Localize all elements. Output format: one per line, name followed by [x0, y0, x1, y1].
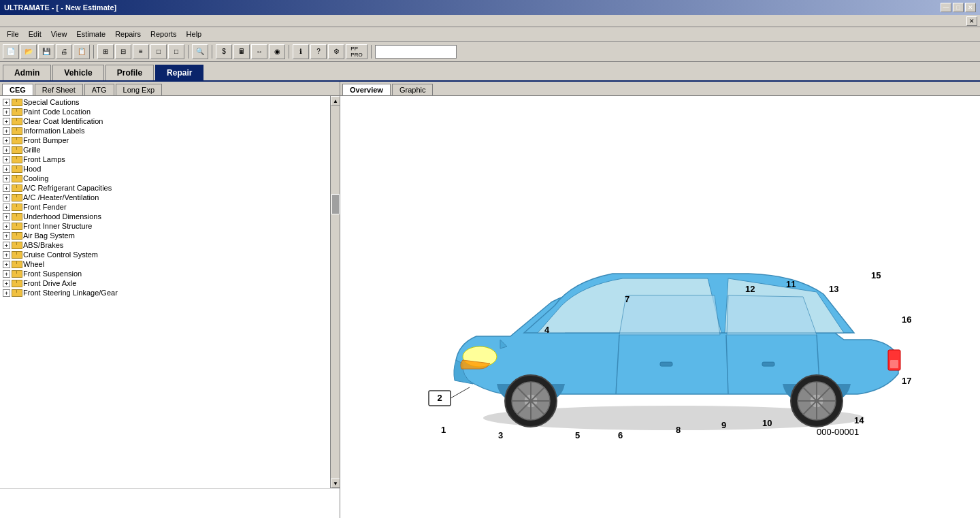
menu-repairs[interactable]: Repairs	[111, 29, 145, 39]
view-tab-overview[interactable]: Overview	[342, 84, 391, 95]
tree-item[interactable]: +Cooling	[1, 174, 329, 183]
calc-button[interactable]: 🖩	[233, 44, 250, 59]
tree-item[interactable]: +Underhood Dimensions	[1, 212, 329, 221]
tree-item[interactable]: +Hood	[1, 164, 329, 174]
tb-btn-1[interactable]: ⊞	[97, 44, 114, 59]
database-button[interactable]: ◉	[269, 44, 285, 59]
tree-item-label: ABS/Brakes	[23, 241, 63, 249]
tree-item[interactable]: +A/C Refrigerant Capacities	[1, 183, 329, 193]
pro-button[interactable]: PPPRO	[346, 44, 368, 59]
sub-tab-atg[interactable]: ATG	[84, 84, 114, 95]
svg-text:16: 16	[902, 314, 911, 325]
tree-item[interactable]: +Information Labels	[1, 126, 329, 135]
nav-tabs: Admin Vehicle Profile Repair	[0, 62, 980, 82]
scroll-down[interactable]: ▼	[331, 479, 340, 488]
info-button[interactable]: ℹ	[293, 44, 309, 59]
tree-item[interactable]: +Front Suspension	[1, 269, 329, 278]
exchange-button[interactable]: ↔	[251, 44, 267, 59]
svg-text:6: 6	[618, 430, 623, 438]
separator-3	[212, 45, 212, 59]
scroll-up[interactable]: ▲	[331, 96, 340, 106]
scrollbar[interactable]: ▲ ▼	[330, 96, 340, 488]
title-bar: ULTRAMATE - [ - New Estimate] — □ ✕	[0, 0, 980, 15]
tree-item-label: Wheel	[23, 260, 44, 268]
tree-item[interactable]: +Front Inner Structure	[1, 221, 329, 231]
help-btn[interactable]: ?	[310, 44, 327, 59]
new-button[interactable]: 📄	[3, 44, 19, 59]
tree-item-label: Air Bag System	[23, 231, 75, 240]
menu-edit[interactable]: Edit	[24, 29, 46, 39]
tree-item[interactable]: +Air Bag System	[1, 231, 329, 240]
car-diagram: 2 1 3 4 5 6 7 8 9 10	[381, 187, 939, 438]
svg-text:14: 14	[854, 415, 864, 425]
tree-item[interactable]: +Front Fender	[1, 202, 329, 212]
print-button[interactable]: 🖨	[56, 44, 72, 59]
maximize-button[interactable]: □	[953, 3, 964, 12]
svg-text:7: 7	[625, 294, 630, 304]
sub-tab-refsheet[interactable]: Ref Sheet	[35, 84, 83, 95]
open-button[interactable]: 📂	[20, 44, 37, 59]
minimize-button[interactable]: —	[941, 3, 951, 12]
svg-rect-21	[660, 362, 672, 366]
save-button[interactable]: 💾	[38, 44, 54, 59]
tree-item[interactable]: +A/C /Heater/Ventilation	[1, 193, 329, 202]
tab-repair[interactable]: Repair	[155, 65, 203, 80]
tree-item-label: A/C /Heater/Ventilation	[23, 193, 99, 201]
tree-item[interactable]: +Wheel	[1, 259, 329, 269]
tree-item[interactable]: +Front Drive Axle	[1, 278, 329, 288]
doc-close-button[interactable]: ✕	[966, 16, 977, 26]
tree-item-label: Special Cautions	[23, 98, 80, 106]
menu-reports[interactable]: Reports	[146, 29, 181, 39]
svg-line-26	[451, 387, 470, 398]
sub-tab-ceg[interactable]: CEG	[2, 84, 33, 95]
zoom-button[interactable]: 🔍	[192, 44, 208, 59]
tree-item[interactable]: +Special Cautions	[1, 97, 329, 107]
svg-text:2: 2	[437, 393, 442, 403]
tree-item-label: Underhood Dimensions	[23, 212, 101, 221]
view-tab-graphic[interactable]: Graphic	[392, 84, 434, 95]
tree-item[interactable]: +Front Steering Linkage/Gear	[1, 288, 329, 297]
svg-text:10: 10	[762, 418, 772, 428]
tree-item[interactable]: +Clear Coat Identification	[1, 116, 329, 126]
tab-admin[interactable]: Admin	[3, 65, 51, 80]
sub-tab-longexp[interactable]: Long Exp	[116, 84, 162, 95]
svg-text:15: 15	[871, 270, 881, 280]
separator-4	[289, 45, 289, 59]
menu-file[interactable]: File	[3, 29, 23, 39]
window-controls: — □ ✕	[941, 3, 976, 12]
svg-text:8: 8	[676, 425, 681, 435]
search-input[interactable]	[375, 45, 457, 59]
svg-rect-22	[762, 362, 774, 366]
main-content: CEG Ref Sheet ATG Long Exp +Special Caut…	[0, 82, 980, 518]
tree-item-label: Front Drive Axle	[23, 279, 76, 287]
tree-item[interactable]: +Grille	[1, 145, 329, 155]
menu-help[interactable]: Help	[182, 29, 206, 39]
settings-button[interactable]: ⚙	[328, 44, 344, 59]
diagram-area: 2 1 3 4 5 6 7 8 9 10	[340, 96, 980, 518]
tb-btn-5[interactable]: □	[168, 44, 184, 59]
menu-view[interactable]: View	[47, 29, 71, 39]
tree-item[interactable]: +ABS/Brakes	[1, 240, 329, 250]
tree-item-label: A/C Refrigerant Capacities	[23, 184, 112, 192]
svg-rect-6	[890, 360, 898, 368]
money-button[interactable]: $	[216, 44, 232, 59]
tree-item[interactable]: +Cruise Control System	[1, 250, 329, 259]
tree-item[interactable]: +Front Bumper	[1, 135, 329, 145]
tb-btn-4[interactable]: □	[150, 44, 167, 59]
tree-item-label: Front Inner Structure	[23, 222, 93, 230]
tree-container[interactable]: +Special Cautions+Paint Code Location+Cl…	[0, 96, 330, 488]
view-tabs: Overview Graphic	[340, 82, 980, 96]
tab-profile[interactable]: Profile	[105, 65, 154, 80]
tab-vehicle[interactable]: Vehicle	[52, 65, 103, 80]
page-button[interactable]: 📋	[74, 44, 90, 59]
tree-item-label: Front Lamps	[23, 155, 65, 163]
tree-item[interactable]: +Front Lamps	[1, 155, 329, 164]
menu-estimate[interactable]: Estimate	[72, 29, 110, 39]
tree-extra-area	[0, 488, 340, 518]
tree-item-label: Front Suspension	[23, 270, 82, 278]
close-button[interactable]: ✕	[965, 3, 976, 12]
svg-text:13: 13	[829, 284, 838, 294]
tb-btn-3[interactable]: ≡	[133, 44, 149, 59]
tree-item[interactable]: +Paint Code Location	[1, 107, 329, 116]
tb-btn-2[interactable]: ⊟	[115, 44, 131, 59]
